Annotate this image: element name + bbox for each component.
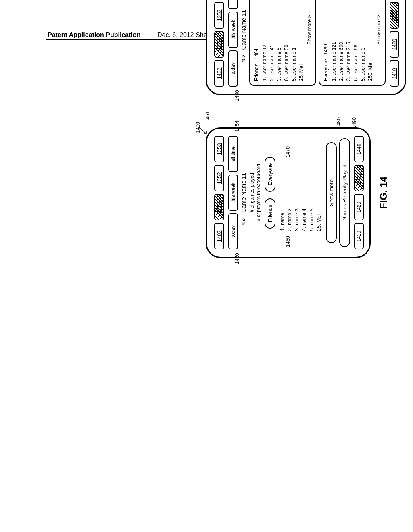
device-fig14: 1402 1351 1352 1353 today this week all … [206, 127, 371, 258]
ref-1494: 1494 [254, 49, 259, 60]
list-item: 1. user name 121 [330, 0, 338, 81]
bottomtab-1440-14[interactable]: 1440 [354, 136, 364, 162]
bottomtab-1410-15[interactable]: 1410 [390, 60, 399, 87]
everyone-box: Everyone 1496 1. user name 121 2. user n… [319, 0, 386, 86]
ref-1452-14: 1452 [241, 217, 246, 229]
device-fig15: 1402 1351 1352 1353 today this week all … [206, 0, 406, 95]
ref-1450-14: 1450 [234, 253, 240, 264]
list-item: 2. user name 600 [338, 0, 345, 81]
fig14-group: 1400 1461 1402 1351 1352 1353 today this… [206, 127, 413, 258]
list-item: 4. name 4 [300, 138, 308, 231]
bottomtab-1430-14[interactable]: 1430 [354, 165, 364, 191]
list-item: 5. user name 3 [359, 0, 367, 81]
stat-games-played: # of games played [249, 136, 255, 249]
ref-1450-15: 1450 [234, 90, 240, 101]
ref-1480: 1480 [336, 117, 342, 129]
figures-container: 1400 1461 1402 1351 1352 1353 today this… [206, 0, 413, 258]
bottomtab-1420-15[interactable]: 1420 [390, 31, 399, 58]
toptab-1353[interactable]: 1353 [214, 136, 224, 162]
bottom-tabs-14: 1410 1420 1430 1440 [354, 136, 364, 249]
toptab-1352-15[interactable]: 1352 [214, 2, 224, 29]
ref-1470: 1470 [285, 146, 291, 158]
timetab-all-14[interactable]: all time [228, 136, 238, 172]
list-item: 6. user name 50 [283, 0, 290, 81]
fig15-group: 1491 1461 1402 1351 1352 1353 today this… [206, 0, 413, 95]
list-item: 1. user name 12 [261, 0, 268, 81]
everyone-showmore[interactable]: Show more > [376, 0, 382, 81]
list-item: 25. Mel [298, 0, 305, 81]
time-tabs-15: today this week all time [228, 0, 238, 87]
list-item: 5. name 5 [308, 138, 315, 231]
toptab-1351[interactable]: 1351 [214, 194, 224, 220]
list-item: 25. Mel [315, 138, 323, 231]
timetab-today-15[interactable]: today [228, 50, 238, 87]
timetab-week-15[interactable]: this week [228, 12, 238, 48]
bottomtab-1430-15[interactable]: 1430 [390, 2, 399, 29]
list-item: 5. user name 1 [290, 0, 298, 81]
toptab-1402[interactable]: 1402 [214, 223, 224, 249]
list-item: 3. user name 5 [275, 0, 283, 81]
timetab-all-15[interactable]: all time [228, 0, 238, 9]
ref-1460: 1460 [285, 236, 291, 247]
ref-1454-14: 1454 [234, 121, 240, 132]
game-name-14: Game Name 11 [240, 136, 247, 249]
friends-box: Friends 1494 1. user name 12 2. user nam… [249, 0, 316, 86]
bottom-tabs-15: 1410 1420 1430 1440 [390, 0, 399, 87]
list-item: 6. user name 66 [352, 0, 359, 81]
bottomtab-1420-14[interactable]: 1420 [354, 194, 364, 220]
show-more-14[interactable]: Show more [326, 142, 337, 243]
arrow-icon [198, 126, 208, 135]
ref-1490: 1490 [351, 117, 357, 129]
header-left: Patent Application Publication [48, 31, 141, 39]
time-tabs-14: today this week all time [228, 136, 238, 249]
game-name-15: Game Name 11 [240, 0, 247, 87]
top-tabs-15: 1402 1351 1352 1353 [214, 0, 224, 87]
timetab-week-14[interactable]: this week [228, 175, 238, 211]
ref-1496: 1496 [323, 44, 329, 55]
recent-played-14[interactable]: Games Recently Played [339, 138, 350, 247]
list-item: 3. name 3 [293, 138, 300, 231]
toptab-1402-15[interactable]: 1402 [214, 60, 224, 87]
friends-showmore[interactable]: Show more > [307, 0, 312, 81]
toptab-1352[interactable]: 1352 [214, 165, 224, 191]
friends-title: Friends [253, 64, 259, 81]
top-tabs-14: 1402 1351 1352 1353 [214, 136, 224, 249]
everyone-title: Everyone [323, 59, 329, 81]
list-item: 2. user name 41 [268, 0, 275, 81]
pill-friends[interactable]: Friends [265, 198, 275, 229]
ref-1452-15: 1452 [241, 54, 246, 66]
timetab-today-14[interactable]: today [228, 213, 238, 249]
fig14-label: FIG. 14 [378, 127, 389, 258]
toptab-1351-15[interactable]: 1351 [214, 31, 224, 58]
pill-everyone[interactable]: Everyone [265, 157, 275, 192]
list-item: 250. Mel [367, 0, 374, 81]
bottomtab-1410-14[interactable]: 1410 [354, 223, 364, 249]
list-item: 3. user name 215 [345, 0, 352, 81]
ref-1461-a: 1461 [205, 111, 211, 123]
stat-players: # of players in leaderboard [256, 136, 261, 249]
